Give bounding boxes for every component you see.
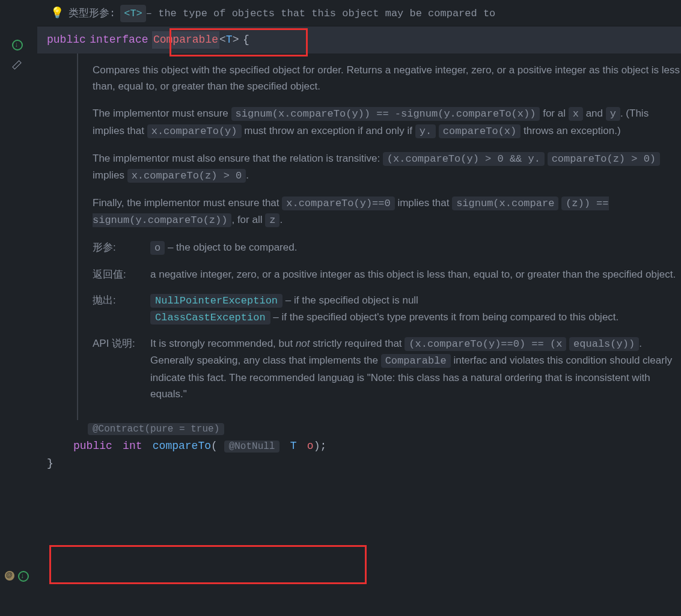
javadoc-para-1: Compares this object with the specified … xyxy=(93,62,681,94)
interface-declaration[interactable]: public interface Comparable <T>{ xyxy=(37,26,681,53)
notnull-inlay[interactable]: @NotNull xyxy=(224,441,280,453)
edit-icon[interactable] xyxy=(12,60,24,72)
javadoc-block: Compares this object with the specified … xyxy=(37,53,681,420)
implements-icon[interactable] xyxy=(12,40,24,52)
type-param-code: <T> xyxy=(120,5,146,22)
keyword-public: public xyxy=(73,440,112,452)
implements-icon[interactable] xyxy=(18,571,30,583)
keyword-int: int xyxy=(123,440,142,452)
type-param-desc: – the type of objects that this object m… xyxy=(146,5,496,22)
keyword-public: public xyxy=(47,31,86,49)
lightbulb-icon[interactable]: 💡 xyxy=(50,5,64,22)
javadoc-throws-row: 抛出: NullPointerException – if the specif… xyxy=(93,292,681,326)
method-name: compareTo xyxy=(153,440,211,452)
javadoc-return-label: 返回值: xyxy=(93,266,150,282)
class-name: Comparable xyxy=(153,34,218,46)
javadoc-para-4: Finally, the implementor must ensure tha… xyxy=(93,195,681,228)
editor-content[interactable]: 💡 类型形参: <T> – the type of objects that t… xyxy=(37,0,681,472)
editor-gutter xyxy=(0,0,37,616)
javadoc-para-2: The implementor must ensure signum(x.com… xyxy=(93,105,681,139)
javadoc-api-label: API 说明: xyxy=(93,335,150,402)
javadoc-param-row: 形参: o – the object to be compared. xyxy=(93,239,681,256)
javadoc-throws-label: 抛出: xyxy=(93,292,150,326)
keyword-interface: interface xyxy=(90,31,148,49)
javadoc-return-row: 返回值: a negative integer, zero, or a posi… xyxy=(93,266,681,282)
type-param-label: 类型形参: xyxy=(69,5,115,22)
method-declaration[interactable]: @Contract(pure = true) public int compar… xyxy=(37,420,681,455)
exception-link[interactable]: ClassCastException xyxy=(150,311,270,325)
javadoc-para-3: The implementor must also ensure that th… xyxy=(93,150,681,184)
contract-inlay[interactable]: @Contract(pure = true) xyxy=(88,423,224,435)
javadoc-param-label: 形参: xyxy=(93,239,150,256)
closing-brace: } xyxy=(37,455,681,472)
exception-link[interactable]: NullPointerException xyxy=(150,294,282,308)
javadoc-api-row: API 说明: It is strongly recommended, but … xyxy=(93,335,681,402)
type-param-doc-line: 💡 类型形参: <T> – the type of objects that t… xyxy=(37,0,681,26)
annotation-box-2 xyxy=(49,545,367,584)
override-icon[interactable] xyxy=(5,571,17,583)
